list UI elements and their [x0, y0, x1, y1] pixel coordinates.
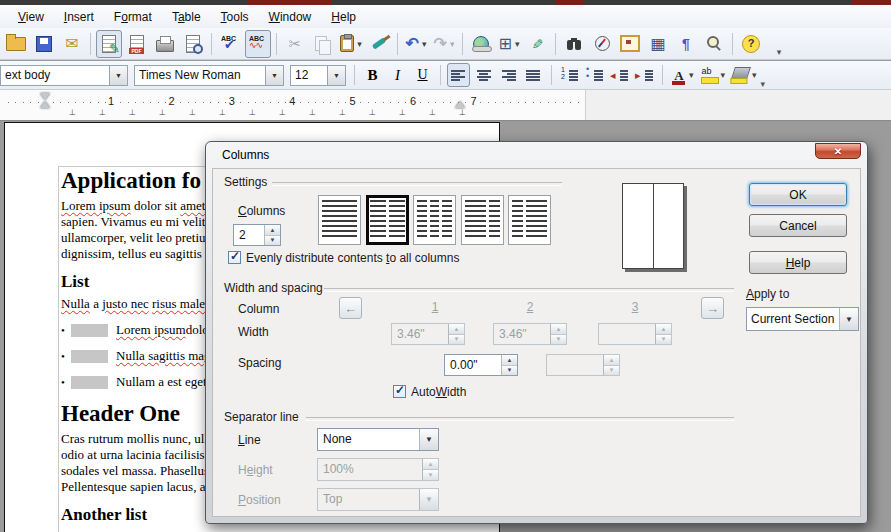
gallery-button[interactable] [617, 30, 643, 58]
draw-functions-button[interactable]: ✎ [524, 30, 550, 58]
autowidth-checkbox[interactable] [393, 385, 406, 398]
cancel-button[interactable]: Cancel [749, 214, 847, 237]
ok-button[interactable]: OK [749, 183, 847, 206]
spelling-button[interactable] [217, 30, 243, 58]
paragraph-style-combo[interactable]: ext body [0, 65, 128, 86]
spacing-1-value[interactable]: 0.00" [445, 355, 501, 375]
menu-help[interactable]: Help [321, 7, 366, 27]
previous-column-button[interactable]: ← [339, 297, 362, 319]
spin-down-icon[interactable] [502, 365, 517, 376]
cut-button[interactable]: ✂ [282, 30, 308, 58]
right-indent-marker-icon[interactable] [455, 101, 465, 108]
combo-dropdown-icon[interactable] [327, 66, 345, 85]
line-style-value[interactable]: None [318, 429, 419, 450]
spin-up-icon[interactable] [502, 355, 517, 365]
numbered-list-button[interactable] [558, 63, 581, 87]
dropdown-arrow-icon[interactable] [357, 39, 362, 49]
line-style-dropdown[interactable]: None [317, 428, 439, 451]
align-left-button[interactable] [447, 63, 470, 87]
background-color-button[interactable] [730, 63, 760, 87]
help-button[interactable]: Help [749, 251, 847, 274]
zoom-button[interactable] [701, 30, 727, 58]
edit-file-button[interactable] [96, 30, 122, 58]
menu-insert[interactable]: Insert [54, 7, 104, 27]
dropdown-arrow-icon[interactable] [839, 308, 858, 330]
evenly-distribute-checkbox[interactable] [228, 251, 241, 264]
formatting-marks-button[interactable]: ¶ [673, 30, 699, 58]
spacing-1-spinner[interactable]: 0.00" [444, 354, 518, 376]
spin-buttons[interactable] [264, 225, 280, 245]
copy-button[interactable] [310, 30, 336, 58]
paste-button[interactable] [338, 30, 364, 58]
format-paintbrush-button[interactable] [366, 30, 392, 58]
bullet-list-button[interactable] [583, 63, 606, 87]
menu-format[interactable]: Format [104, 7, 162, 27]
highlighting-button[interactable] [699, 63, 729, 87]
apply-to-value[interactable]: Current Section [747, 308, 839, 330]
doc-text: amet [180, 198, 205, 213]
paragraph-style-value[interactable]: ext body [1, 68, 109, 82]
decrease-indent-button[interactable] [608, 63, 631, 87]
column-preset-4[interactable] [461, 195, 504, 245]
dropdown-arrow-icon[interactable] [689, 70, 694, 80]
dropdown-arrow-icon[interactable] [721, 70, 726, 80]
font-size-combo[interactable]: 12 [290, 65, 346, 86]
toolbar-overflow-icon[interactable]: ▾ [761, 80, 766, 89]
navigator-button[interactable] [589, 30, 615, 58]
close-icon[interactable]: ✕ [815, 143, 861, 159]
combo-dropdown-icon[interactable] [109, 66, 127, 85]
spin-down-icon[interactable] [265, 235, 280, 246]
font-name-value[interactable]: Times New Roman [135, 68, 265, 82]
export-pdf-button[interactable] [124, 30, 150, 58]
dropdown-arrow-icon[interactable] [419, 429, 438, 450]
dropdown-arrow-icon[interactable] [422, 39, 427, 49]
email-button[interactable]: ✉ [59, 30, 85, 58]
columns-count-spinner[interactable]: 2 [233, 224, 281, 246]
menu-table[interactable]: Table [162, 7, 211, 27]
find-replace-button[interactable] [561, 30, 587, 58]
justify-button[interactable] [522, 63, 545, 87]
column-preset-2[interactable] [366, 195, 409, 245]
table-button[interactable]: ⊞ [496, 30, 522, 58]
dropdown-arrow-icon[interactable] [752, 70, 757, 80]
menu-window[interactable]: Window [259, 7, 322, 27]
dropdown-arrow-icon[interactable] [450, 39, 455, 49]
font-name-combo[interactable]: Times New Roman [134, 65, 284, 86]
spin-buttons[interactable] [501, 355, 517, 375]
autowidth-label[interactable]: AutoWidth [411, 385, 466, 399]
undo-button[interactable]: ↶ [403, 30, 429, 58]
align-right-button[interactable] [497, 63, 520, 87]
italic-button[interactable]: I [386, 63, 409, 87]
align-center-button[interactable] [472, 63, 495, 87]
underline-button[interactable]: U [411, 63, 434, 87]
open-button[interactable] [3, 30, 29, 58]
hyperlink-button[interactable] [468, 30, 494, 58]
menu-tools[interactable]: Tools [211, 7, 259, 27]
increase-indent-button[interactable] [633, 63, 656, 87]
indent-marker-bottom-icon[interactable] [40, 101, 50, 108]
column-preset-1[interactable] [318, 195, 361, 245]
horizontal-ruler[interactable]: 1234567 ⊥⊥⊥⊥⊥⊥⊥⊥⊥⊥⊥⊥⊥⊥ [0, 90, 891, 121]
redo-button[interactable]: ↷ [431, 30, 457, 58]
evenly-distribute-label[interactable]: Evenly distribute contents to all column… [246, 251, 459, 265]
font-color-button[interactable]: A [669, 63, 697, 87]
menu-view[interactable]: View [8, 7, 54, 27]
next-column-button[interactable]: → [701, 297, 724, 319]
column-preset-5[interactable] [508, 195, 551, 245]
column-preset-3[interactable] [413, 195, 456, 245]
font-size-value[interactable]: 12 [291, 68, 327, 82]
page-preview-button[interactable] [180, 30, 206, 58]
data-sources-button[interactable]: ▦ [645, 30, 671, 58]
columns-count-value[interactable]: 2 [234, 225, 264, 245]
print-button[interactable] [152, 30, 178, 58]
save-button[interactable] [31, 30, 57, 58]
combo-dropdown-icon[interactable] [265, 66, 283, 85]
help-button[interactable]: ? [738, 30, 764, 58]
dropdown-arrow-icon[interactable] [515, 39, 520, 49]
indent-marker-top-icon[interactable] [40, 93, 50, 100]
bold-button[interactable]: B [361, 63, 384, 87]
autospellcheck-button[interactable] [245, 30, 271, 58]
toolbar-overflow-button[interactable]: ▾ [766, 30, 792, 58]
spin-up-icon[interactable] [265, 225, 280, 235]
apply-to-dropdown[interactable]: Current Section [746, 307, 859, 331]
